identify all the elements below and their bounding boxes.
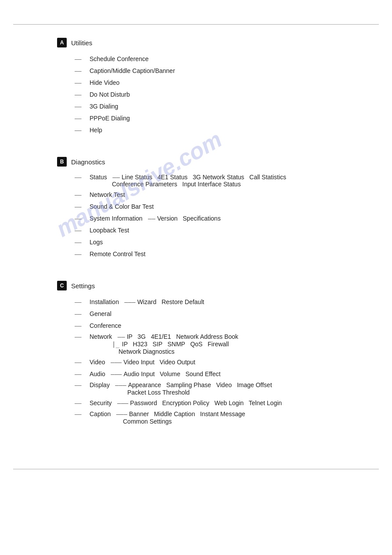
item-label: Help (90, 126, 102, 135)
branch-icon: —— (75, 214, 88, 223)
dash-line: —— (114, 333, 125, 340)
list-item-display: —— Display ——— Appearance Sampling Phase… (75, 381, 357, 396)
item-label-display: Display (90, 381, 110, 388)
list-item-general: —— General (75, 309, 357, 319)
section-a: A Utilities —— Schedule Conference —— Ca… (57, 38, 357, 135)
dash-line: ——— (107, 370, 122, 379)
item-label-caption: Caption (90, 410, 111, 417)
item-label-video: Video (90, 358, 105, 367)
branch-icon: —— (75, 322, 88, 330)
dash-line: —— (144, 214, 155, 223)
item-label-audio: Audio (90, 370, 105, 379)
section-c-header: C Settings (57, 281, 357, 290)
section-c-tree: —— Installation ——— Wizard Restore Defau… (57, 297, 357, 425)
item-label: Caption/Middle Caption/Banner (90, 66, 175, 76)
dash-line: —— (109, 174, 120, 181)
item-label: 3G Dialing (90, 102, 118, 111)
item-label: PPPoE Dialing (90, 114, 130, 123)
dash-line: ——— (107, 358, 122, 367)
list-item: —— Loopback Test (75, 226, 357, 235)
item-label: Schedule Conference (90, 54, 149, 64)
branch-icon: —— (75, 298, 88, 307)
branch-icon: —— (75, 334, 88, 340)
network-subitems-line1: IP 3G 4E1/E1 Network Address Book (127, 333, 238, 340)
bottom-rule (13, 469, 379, 469)
item-label-sound-color: Sound & Color Bar Test (90, 202, 154, 211)
video-subitems: Video Input Video Output (123, 358, 195, 367)
branch-icon: —— (75, 382, 88, 388)
branch-icon: —— (75, 114, 88, 123)
list-item: —— Schedule Conference (75, 54, 357, 64)
list-item: —— Caption/Middle Caption/Banner (75, 66, 357, 76)
section-b: B Diagnostics —— Status —— Line Status 4… (57, 157, 357, 259)
branch-icon: —— (75, 55, 88, 64)
display-subitems-line1: Appearance Sampling Phase Video Image Of… (128, 381, 272, 388)
badge-b: B (57, 157, 67, 167)
branch-icon: —— (75, 358, 88, 367)
branch-icon: —— (75, 399, 88, 408)
network-subitems-line2: |_ IP H323 SIP SNMP QoS Firewall (75, 341, 357, 348)
list-item-conference: —— Conference (75, 321, 357, 330)
list-item-video: —— Video ——— Video Input Video Output (75, 358, 357, 367)
branch-icon: —— (75, 79, 88, 87)
dash-line: ——— (112, 410, 127, 417)
section-c: C Settings —— Installation ——— Wizard Re… (57, 281, 357, 425)
item-label-network-test: Network Test (90, 190, 125, 200)
list-item-sysinfo: —— System Information —— Version Specifi… (75, 214, 357, 223)
section-b-title: Diagnostics (71, 158, 105, 166)
list-item: —— Do Not Disturb (75, 90, 357, 99)
branch-icon: —— (75, 203, 88, 211)
item-label: Hide Video (90, 78, 119, 87)
item-label-security: Security (90, 399, 112, 408)
network-sub-row2: IP H323 SIP SNMP QoS Firewall (122, 341, 229, 348)
badge-c: C (57, 281, 67, 290)
sysinfo-subitems: Version Specifications (157, 214, 221, 223)
branch-icon: —— (75, 370, 88, 379)
section-a-header: A Utilities (57, 38, 357, 47)
network-subitems-line3: Network Diagnostics (75, 348, 357, 355)
installation-subitems: Wizard Restore Default (137, 297, 205, 307)
section-b-tree: —— Status —— Line Status 4E1 Status 3G N… (57, 174, 357, 259)
list-item: —— Help (75, 126, 357, 135)
list-item: —— Sound & Color Bar Test (75, 202, 357, 211)
item-label-conference: Conference (90, 321, 121, 330)
status-subitems-line2: Conference Parameters Input Interface St… (75, 181, 357, 188)
list-item: —— 3G Dialing (75, 102, 357, 111)
list-item: —— Hide Video (75, 78, 357, 87)
branch-icon: —— (75, 91, 88, 99)
branch-icon: —— (75, 238, 88, 247)
branch-icon: —— (75, 226, 88, 235)
list-item-caption: —— Caption ——— Banner Middle Caption Ins… (75, 410, 357, 425)
item-label-installation: Installation (90, 297, 119, 307)
branch-icon: —— (75, 191, 88, 200)
dash-line: ——— (114, 399, 129, 408)
list-item-status: —— Status —— Line Status 4E1 Status 3G N… (75, 174, 357, 188)
status-subitems-line1: Line Status 4E1 Status 3G Network Status… (122, 174, 286, 181)
list-item: —— PPPoE Dialing (75, 114, 357, 123)
display-subitems-line2: Packet Loss Threshold (75, 389, 357, 396)
caption-subitems-line1: Banner Middle Caption Instant Message (129, 410, 245, 417)
dash-line: ——— (111, 381, 126, 388)
list-item: —— Remote Control Test (75, 250, 357, 259)
branch-icon: —— (75, 102, 88, 111)
item-label-status: Status (90, 174, 107, 181)
item-label-network: Network (90, 333, 112, 340)
item-label: Do Not Disturb (90, 90, 130, 99)
list-item: —— Network Test (75, 190, 357, 200)
dash-line: ——— (121, 297, 136, 307)
section-a-tree: —— Schedule Conference —— Caption/Middle… (57, 54, 357, 135)
caption-subitems-line2: Common Settings (75, 418, 357, 425)
list-item: —— Logs (75, 238, 357, 247)
item-label-remote: Remote Control Test (90, 250, 145, 259)
list-item-security: —— Security ——— Password Encryption Poli… (75, 399, 357, 408)
branch-icon: —— (75, 411, 88, 417)
list-item-network: —— Network —— IP 3G 4E1/E1 Network Addre… (75, 333, 357, 355)
item-label-general: General (90, 309, 111, 319)
section-c-title: Settings (71, 282, 95, 290)
list-item-audio: —— Audio ——— Audio Input Volume Sound Ef… (75, 370, 357, 379)
list-item-installation: —— Installation ——— Wizard Restore Defau… (75, 297, 357, 307)
branch-icon: —— (75, 310, 88, 319)
item-label-loopback: Loopback Test (90, 226, 129, 235)
branch-icon: —— (75, 126, 88, 135)
item-label-sysinfo: System Information (90, 214, 143, 223)
